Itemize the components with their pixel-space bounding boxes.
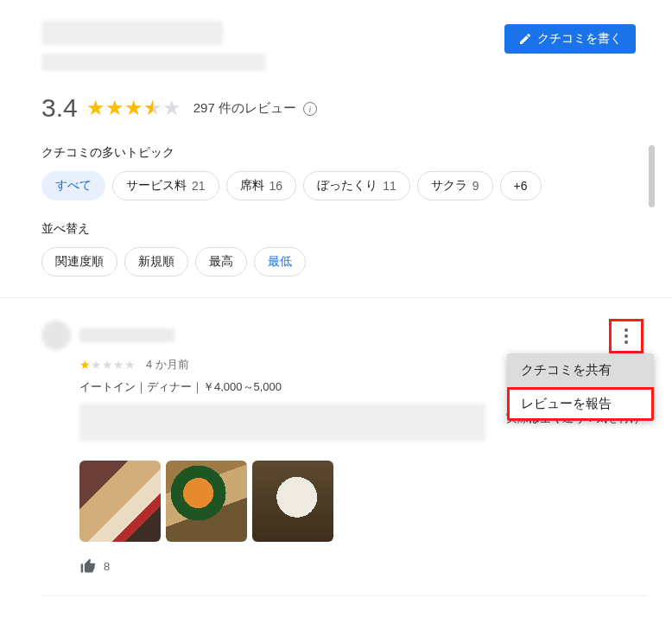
sort-option-lowest[interactable]: 最低 — [254, 247, 306, 277]
write-review-button[interactable]: クチコミを書く — [504, 24, 636, 54]
star-empty-icon: ★ — [162, 96, 181, 120]
review-more-button[interactable] — [609, 319, 643, 353]
sort-heading: 並べ替え — [41, 221, 648, 237]
review-author-row[interactable] — [41, 321, 648, 350]
rating-summary: 3.4 ★ ★ ★ ★ ★ 297 件のレビュー i — [41, 93, 648, 123]
star-half-icon: ★ — [143, 96, 162, 120]
star-icon: ★ — [86, 96, 105, 120]
topics-heading: クチコミの多いトピック — [41, 145, 648, 161]
star-icon: ★ — [105, 96, 124, 120]
review-photo-thumb[interactable] — [79, 461, 161, 542]
avatar — [41, 321, 71, 350]
topic-chip[interactable]: サービス料 21 — [112, 171, 219, 200]
business-subtitle-redacted — [41, 54, 266, 71]
pencil-icon — [518, 32, 532, 46]
review-stars: ★ ★ ★ ★ ★ — [79, 358, 136, 372]
review-photo-thumb[interactable] — [252, 461, 333, 542]
reviews-panel: クチコミを書く 3.4 ★ ★ ★ ★ ★ 297 件のレビュー i クチコミの… — [0, 0, 672, 636]
business-title-redacted — [41, 21, 223, 45]
sort-chip-row: 関連度順 新規順 最高 最低 — [41, 247, 648, 277]
topic-chip[interactable]: 席料 16 — [226, 171, 297, 200]
review-count[interactable]: 297 件のレビュー — [193, 100, 296, 117]
topic-chip-all[interactable]: すべて — [41, 171, 105, 200]
review-body-redacted — [79, 404, 485, 442]
section-divider — [0, 297, 672, 298]
sort-option-highest[interactable]: 最高 — [195, 247, 247, 277]
topic-chip[interactable]: サクラ 9 — [417, 171, 493, 200]
write-review-label: クチコミを書く — [537, 31, 622, 47]
star-empty-icon: ★ — [102, 358, 113, 372]
review-photo-thumb[interactable] — [166, 461, 247, 542]
review-photos — [79, 461, 648, 542]
review-more-menu: クチコミを共有 レビューを報告 — [507, 353, 654, 421]
rating-score: 3.4 — [41, 93, 78, 123]
section-divider — [41, 595, 648, 596]
star-empty-icon: ★ — [124, 358, 136, 372]
rating-stars: ★ ★ ★ ★ ★ — [86, 96, 181, 120]
review-item: クチコミを共有 レビューを報告 ★ ★ ★ ★ ★ 4 か月前 イートイン｜ディ… — [41, 321, 648, 575]
sort-option-newest[interactable]: 新規順 — [124, 247, 188, 277]
kebab-icon — [624, 328, 628, 344]
thumbs-up-icon[interactable] — [79, 557, 97, 575]
topic-chip-row: すべて サービス料 21 席料 16 ぼったくり 11 サクラ 9 +6 — [41, 171, 648, 200]
menu-report-review[interactable]: レビューを報告 — [507, 387, 654, 421]
scrollbar-thumb[interactable] — [649, 145, 655, 207]
sort-option-relevance[interactable]: 関連度順 — [41, 247, 117, 277]
star-icon: ★ — [124, 96, 143, 120]
like-count: 8 — [104, 560, 110, 573]
like-row: 8 — [79, 557, 648, 575]
topic-chip[interactable]: ぼったくり 11 — [303, 171, 410, 200]
author-name-redacted — [79, 328, 174, 342]
star-empty-icon: ★ — [113, 358, 124, 372]
menu-share-review[interactable]: クチコミを共有 — [507, 353, 654, 387]
review-time-ago: 4 か月前 — [146, 358, 189, 371]
star-icon: ★ — [79, 358, 91, 372]
topic-chip-more[interactable]: +6 — [500, 171, 542, 200]
info-icon[interactable]: i — [303, 102, 317, 116]
star-empty-icon: ★ — [91, 358, 102, 372]
